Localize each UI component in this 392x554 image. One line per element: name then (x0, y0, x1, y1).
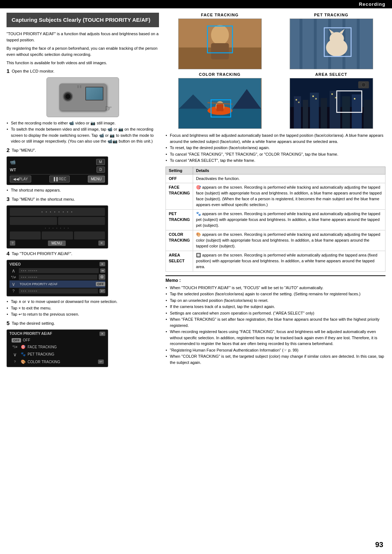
tap-hand-icon: ☞ (105, 104, 112, 113)
memo-bullet-5: Settings are canceled when zoom operatio… (166, 310, 385, 316)
intro-p1: "TOUCH PRIORITY AE/AF" is a function tha… (7, 31, 159, 43)
area-select-svg (290, 78, 373, 128)
play-btn[interactable]: ◀◀PLAY (10, 176, 31, 182)
step-5-num: 5 (7, 320, 9, 326)
color-tracking-svg (179, 78, 261, 128)
col-setting: Setting (166, 167, 193, 174)
table-row-face: FACETRACKING 🎯 appears on the screen. Re… (166, 183, 385, 210)
table-row-pet: PETTRACKING 🐾 appears on the screen. Rec… (166, 210, 385, 230)
step-2-label: Tap "MENU". (12, 148, 36, 152)
memo-bullet-9: When "COLOR TRACKING" is set, the target… (166, 353, 385, 365)
setting-color: COLORTRACKING (166, 230, 193, 251)
color-tracking-text[interactable]: COLOR TRACKING (28, 360, 60, 364)
help-btn[interactable]: ? (10, 241, 15, 246)
svg-point-2 (211, 25, 229, 45)
svg-rect-3 (211, 43, 229, 59)
dots-1: ▪ ▪ ▪ ▪ ▪ ▪ ▪ ▪ (41, 210, 73, 214)
video-badge-2[interactable]: ⚙ (99, 274, 105, 280)
svg-rect-41 (331, 93, 333, 95)
video-row-tp: ∨ TOUCH PRIORITY AE/AF OFF (9, 280, 105, 288)
dotted-row-3: ▪ ▪ ▪ ▪ ▪ ▪ ▪ (10, 226, 105, 230)
step-1-num: 1 (7, 68, 9, 74)
off-text: OFF (23, 338, 30, 342)
memo-bullet-7: When recording registered faces using "F… (166, 329, 385, 347)
tracking-images-grid: FACE TRACKING (166, 13, 385, 129)
return-tp[interactable]: ↩ (98, 360, 104, 364)
svg-rect-38 (298, 102, 299, 103)
right-column: FACE TRACKING (166, 13, 385, 369)
pet-tracking-image (290, 19, 373, 69)
video-badge-1: ▪▪ (100, 268, 105, 273)
menu-divider (10, 174, 105, 175)
setting-pet: PETTRACKING (166, 210, 193, 230)
pet-tracking-text[interactable]: PET TRACKING (28, 352, 54, 356)
step-3-label: Tap "MENU" in the shortcut menu. (12, 197, 75, 201)
menu-screen-1: 📹 M WT D ◀◀PLAY ▐▐ REC MENU (7, 156, 108, 185)
right-bullet-4: To cancel "AREA SELECT", tap the white f… (166, 157, 385, 164)
video-item-2: ▪▪▪ ▪▪▪▪▪ (19, 275, 97, 280)
top-bar: Recording (0, 0, 392, 8)
step1-bullet-1: Set the recording mode to either 📹 video… (7, 120, 159, 126)
star-icon: */≠ (9, 275, 17, 279)
svg-rect-23 (216, 104, 224, 111)
menu-bottom-row: ? MENU ✕ (10, 241, 105, 246)
video-close[interactable]: ✕ (99, 262, 105, 266)
tp-submenu: TOUCH PRIORITY AE/AF ✕ OFF OFF */≠ 🎯 FAC… (7, 329, 108, 367)
touch-priority-label[interactable]: TOUCH PRIORITY AE/AF (19, 282, 94, 287)
dots-2: ▪ ▪ ▪ ▪ ▪ ▪ ▪ (45, 227, 70, 229)
menu-row-wt: WT D (10, 167, 105, 173)
pet-icon: 🐾 (21, 352, 26, 357)
face-tracking-svg (179, 19, 261, 69)
rec-btn[interactable]: ▐▐ REC (49, 176, 70, 182)
svg-point-45 (361, 83, 366, 87)
m-badge[interactable]: M (96, 159, 105, 165)
up-arrow[interactable]: ∧ (9, 268, 17, 274)
menu-btn[interactable]: MENU (88, 176, 105, 182)
step-5-label: Tap the desired setting. (12, 321, 55, 325)
face-tracking-text[interactable]: FACE TRACKING (28, 345, 57, 349)
memo-bullets: When "TOUCH PRIORITY AE/AF" is set, "FOC… (166, 285, 385, 366)
step1-bullet-2: To switch the mode between video and sti… (7, 126, 159, 144)
face-tracking-image (178, 19, 262, 69)
col-details: Details (193, 167, 385, 174)
down-arrow-tp[interactable]: ∨ (11, 352, 19, 357)
d-badge[interactable]: D (97, 167, 105, 173)
down-arrow-v[interactable]: ∨ (9, 281, 17, 287)
setting-face: FACETRACKING (166, 183, 193, 210)
camcorder-illustration: ☞ (7, 77, 159, 117)
svg-rect-33 (330, 91, 340, 129)
step-3: 3 Tap "MENU" in the shortcut menu. (7, 196, 159, 202)
tp-close[interactable]: ✕ (99, 332, 105, 336)
step1-bullets: Set the recording mode to either 📹 video… (7, 120, 159, 144)
return-badge[interactable]: ↩ (99, 289, 105, 293)
video-item-1: ▪▪▪ ▪▪▪▪▪ (19, 268, 99, 273)
menu-btn-2[interactable]: MENU (48, 241, 66, 246)
area-select-label: AREA SELECT (315, 72, 347, 77)
camera-icon-menu: 📹 (10, 159, 16, 165)
tp-color-row: ? 🎨 COLOR TRACKING ↩ (9, 359, 105, 365)
details-face: 🎯 appears on the screen. Recording is pe… (193, 183, 385, 210)
intro-p2: By registering the face of a person befo… (7, 45, 159, 58)
help-tp[interactable]: ? (11, 360, 19, 364)
color-tracking-image (178, 78, 262, 129)
help-icon-v[interactable]: ? (9, 289, 17, 293)
memo-bullet-8: "Registering Human Face Personal Authent… (166, 347, 385, 353)
right-bullets: Focus and brightness will be adjusted au… (166, 132, 385, 164)
pet-tracking-block: PET TRACKING (277, 13, 385, 69)
memo-title: Memo : (166, 278, 385, 283)
settings-table: Setting Details OFF Deactivates the func… (166, 167, 385, 272)
close-btn[interactable]: ✕ (98, 241, 105, 246)
step-4-num: 4 (7, 251, 9, 257)
step4-bullet-2: Tap × to exit the menu. (7, 305, 159, 311)
right-bullet-1: Focus and brightness will be adjusted au… (166, 132, 385, 144)
tp-face-row: */≠ 🎯 FACE TRACKING (9, 344, 105, 350)
video-item-4: ▪▪▪ ▪▪▪▪▪ (19, 288, 98, 294)
step-3-num: 3 (7, 196, 9, 202)
step4-bullet-3: Tap ↩ to return to the previous screen. (7, 311, 159, 317)
video-title-row: VIDEO ✕ (9, 262, 105, 266)
menu-screen-2: ▪ ▪ ▪ ▪ ▪ ▪ ▪ ▪ ▪ ▪ ▪ ▪ ▪ ▪ ▪ (7, 205, 108, 249)
menu-row-controls: ◀◀PLAY ▐▐ REC MENU (10, 176, 105, 182)
tp-pet-row: ∨ 🐾 PET TRACKING (9, 351, 105, 358)
wt-label: WT (10, 168, 16, 172)
svg-rect-36 (363, 100, 372, 128)
